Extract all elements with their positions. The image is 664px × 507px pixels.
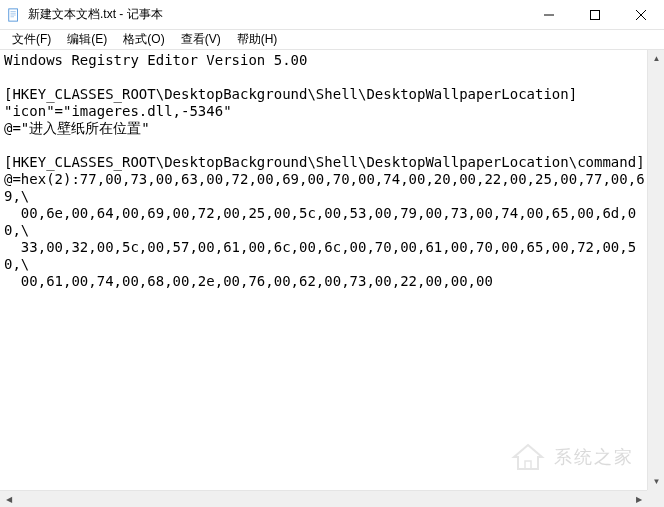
svg-rect-6	[591, 10, 600, 19]
maximize-button[interactable]	[572, 0, 618, 29]
minimize-button[interactable]	[526, 0, 572, 29]
window-title: 新建文本文档.txt - 记事本	[28, 6, 526, 23]
watermark-text: 系统之家	[554, 445, 634, 469]
notepad-icon	[6, 7, 22, 23]
menubar: 文件(F) 编辑(E) 格式(O) 查看(V) 帮助(H)	[0, 30, 664, 50]
scrollbar-corner	[647, 490, 664, 507]
scroll-track-v[interactable]	[648, 67, 664, 473]
scroll-right-icon[interactable]: ▶	[630, 491, 647, 507]
menu-view[interactable]: 查看(V)	[173, 29, 229, 50]
window-controls	[526, 0, 664, 29]
menu-edit[interactable]: 编辑(E)	[59, 29, 115, 50]
menu-file[interactable]: 文件(F)	[4, 29, 59, 50]
house-icon	[508, 437, 548, 477]
horizontal-scrollbar[interactable]: ◀ ▶	[0, 490, 647, 507]
svg-rect-9	[525, 461, 531, 469]
menu-format[interactable]: 格式(O)	[115, 29, 172, 50]
scroll-left-icon[interactable]: ◀	[0, 491, 17, 507]
close-button[interactable]	[618, 0, 664, 29]
editor-content[interactable]: Windows Registry Editor Version 5.00 [HK…	[0, 50, 664, 292]
titlebar: 新建文本文档.txt - 记事本	[0, 0, 664, 30]
scroll-down-icon[interactable]: ▼	[648, 473, 664, 490]
text-editor[interactable]: Windows Registry Editor Version 5.00 [HK…	[0, 50, 664, 490]
scroll-up-icon[interactable]: ▲	[648, 50, 664, 67]
vertical-scrollbar[interactable]: ▲ ▼	[647, 50, 664, 490]
menu-help[interactable]: 帮助(H)	[229, 29, 286, 50]
watermark: 系统之家	[508, 437, 634, 477]
scroll-track-h[interactable]	[17, 491, 630, 507]
